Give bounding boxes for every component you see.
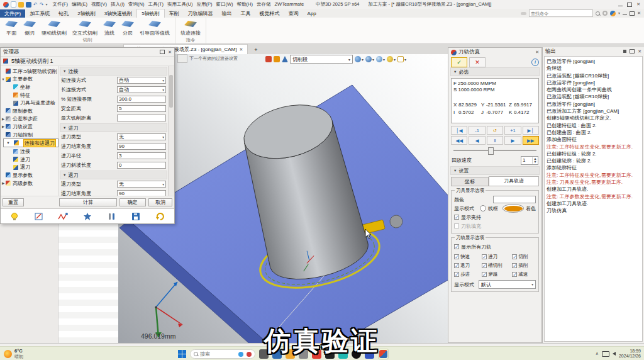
menu-item[interactable]: 文件(F): [50, 1, 70, 8]
section-view-dropdown[interactable]: ▾: [397, 56, 406, 62]
playback-button[interactable]: ◀◀: [451, 136, 467, 145]
parameter-field[interactable]: 5 ▾: [117, 105, 166, 112]
restore-icon[interactable]: [627, 3, 632, 7]
ribbon-button[interactable]: 流线: [101, 19, 118, 37]
toolpath-button[interactable]: [55, 211, 71, 222]
menu-item[interactable]: 应用(P): [195, 1, 214, 8]
undo-icon[interactable]: ↶: [33, 2, 38, 8]
settings-section-header[interactable]: ▼设置: [450, 166, 540, 175]
prompt-collapse-box[interactable]: [177, 54, 187, 63]
path-type-option[interactable]: ✓ 步进: [454, 271, 482, 278]
path-type-option[interactable]: ✓ 减速: [512, 271, 536, 278]
menu-item[interactable]: ZWTeammate: [273, 1, 306, 8]
abort-button[interactable]: ✕: [469, 57, 486, 67]
playback-button[interactable]: ▶: [504, 136, 521, 145]
ribbon-button[interactable]: 驱动线切削: [40, 19, 69, 37]
playback-button[interactable]: │◀: [451, 126, 467, 135]
shading-mode-dropdown[interactable]: ▾: [365, 56, 374, 62]
path-type-option[interactable]: ✓ 槽切削: [482, 262, 512, 269]
cancel-button[interactable]: 取消: [148, 198, 172, 206]
playback-button[interactable]: ▶▶: [523, 136, 539, 145]
tree-item[interactable]: 显示参数: [1, 171, 58, 179]
new-file-icon[interactable]: [11, 1, 16, 8]
ribbon-tab[interactable]: 文件(F): [0, 9, 25, 18]
account-dropdown-icon[interactable]: ▾: [618, 11, 620, 16]
tab-tool-trajectory[interactable]: 刀具轨迹: [489, 176, 539, 186]
tree-item[interactable]: 退刀: [1, 164, 58, 172]
spin-down-icon[interactable]: ▼: [533, 160, 536, 164]
new-document-tab-button[interactable]: +: [254, 47, 257, 53]
required-section-header[interactable]: ▼必选: [450, 67, 540, 76]
path-type-option[interactable]: ✓ 插削: [512, 262, 536, 269]
parameter-field[interactable]: 无 ▾: [117, 181, 166, 188]
output-dock-icon[interactable]: [623, 50, 626, 53]
calculate-button[interactable]: 计算: [59, 198, 116, 206]
quick-access-dropdown-icon[interactable]: ▾: [45, 2, 47, 8]
solid-mode-icon[interactable]: [282, 56, 288, 62]
playback-button[interactable]: ▶│: [523, 126, 539, 135]
tree-item[interactable]: ▶ 高级参数: [1, 179, 58, 188]
ribbon-tab[interactable]: 5轴铣削: [136, 9, 164, 18]
ribbon-button[interactable]: 分层: [119, 19, 136, 37]
parameter-field[interactable]: 90 ▾: [117, 143, 166, 150]
section-header-connection[interactable]: ▼ 连接: [60, 67, 167, 76]
parameter-field[interactable]: 3 ▾: [117, 152, 166, 159]
menu-item[interactable]: 实用工具(U): [165, 1, 194, 8]
wireframe-radio[interactable]: [480, 205, 486, 211]
doc-close-icon[interactable]: ✕: [637, 11, 641, 16]
parameter-field[interactable]: ▾: [117, 115, 166, 121]
zoom-tools-dropdown[interactable]: ▾: [387, 56, 396, 62]
user-avatar-icon[interactable]: [610, 11, 616, 16]
ok-button[interactable]: 确定: [119, 198, 146, 206]
confirm-button[interactable]: ✓: [451, 57, 467, 67]
parameter-field[interactable]: 无 ▾: [117, 133, 166, 140]
playback-button[interactable]: -1: [469, 126, 485, 135]
document-tab-close-icon[interactable]: ✕: [239, 47, 243, 52]
tree-item[interactable]: 工序:5轴驱动线切削: [1, 67, 58, 76]
ribbon-button[interactable]: 平面: [3, 19, 19, 37]
tool-color-swatch[interactable]: [493, 196, 536, 203]
simulation-close-icon[interactable]: ✕: [535, 50, 539, 55]
ribbon-button[interactable]: 引导面等值线: [138, 19, 172, 37]
parameter-scrollbar[interactable]: [168, 66, 174, 196]
tool-manager-button[interactable]: [104, 211, 120, 222]
save-operation-button[interactable]: [128, 211, 144, 222]
tree-item[interactable]: 连接: [1, 147, 58, 155]
path-type-option[interactable]: ✓ 切削: [512, 254, 536, 260]
exit-command-icon[interactable]: [265, 56, 272, 62]
ribbon-button[interactable]: 交互式切削: [70, 19, 99, 37]
playback-button[interactable]: +1: [504, 126, 521, 135]
redo-icon[interactable]: ↷: [40, 2, 44, 8]
tree-item[interactable]: 特征: [1, 91, 58, 99]
regenerate-button[interactable]: [79, 211, 96, 222]
ribbon-tab[interactable]: 钻孔: [54, 9, 73, 18]
menu-item[interactable]: 视图(V): [89, 1, 109, 8]
path-display-mode-select[interactable]: 默认 ▾: [479, 280, 536, 289]
menu-item[interactable]: 查询(N): [126, 1, 146, 8]
path-type-option[interactable]: ✓ 快速: [454, 254, 482, 260]
tree-expand-icon[interactable]: ▼: [6, 141, 11, 145]
path-type-option[interactable]: ✓ 穿越: [482, 271, 512, 278]
ribbon-button[interactable]: 轨迹连接: [179, 19, 203, 37]
show-holder-checkbox[interactable]: ✓: [454, 215, 459, 220]
render-style-dropdown[interactable]: ▾: [376, 56, 385, 62]
tree-item[interactable]: 进刀: [1, 155, 58, 164]
path-type-option[interactable]: ✓ 进刀: [482, 254, 512, 260]
playback-button[interactable]: ‖: [487, 136, 503, 145]
parameter-field[interactable]: 300.0 ▾: [117, 96, 166, 103]
manager-restore-icon[interactable]: [160, 50, 165, 54]
menu-item[interactable]: 云存储: [255, 1, 273, 8]
hint-bulb-button[interactable]: [6, 211, 23, 222]
menu-item[interactable]: 工具(T): [147, 1, 166, 8]
info-icon[interactable]: i: [531, 59, 539, 66]
tree-item[interactable]: ▼ 连接和进退刀: [3, 138, 58, 147]
edit-parameters-button[interactable]: [31, 211, 47, 222]
doc-minimize-icon[interactable]: [623, 14, 627, 15]
ribbon-tab[interactable]: 2轴铣削: [73, 9, 99, 18]
output-close-icon[interactable]: ✕: [638, 49, 641, 54]
tab-coordinates[interactable]: 坐标: [451, 177, 489, 186]
reset-button[interactable]: 重置: [3, 198, 24, 206]
section-header-leadout[interactable]: ▼ 退刀: [60, 171, 167, 179]
ribbon-tab[interactable]: 3轴快速铣削: [100, 9, 136, 18]
path-type-option[interactable]: ✓ 退刀: [454, 262, 482, 269]
